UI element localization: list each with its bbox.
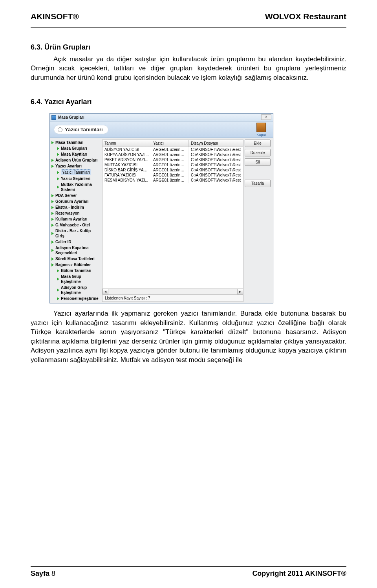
tree-node[interactable]: G.Muhasebe - Otel [51,222,99,228]
add-button[interactable]: Ekle [245,140,271,147]
tree-node[interactable]: Yazıcı Ayarları [51,163,99,169]
close-button[interactable]: Kapat [253,123,269,137]
tree-arrow-icon [51,241,54,244]
data-grid[interactable]: Tanımı Yazıcı Dizayn Dosyası ADİSYON YAZ… [102,140,243,302]
page-number: Sayfa 8 [31,570,55,578]
tree-node-label: PDA Server [55,193,77,198]
tree-node-label: Kullanım Ayarları [55,217,88,222]
footer-rule [31,566,346,567]
tree-node[interactable]: Disko - Bar - Kulüp Giriş [51,228,99,239]
tree-arrow-icon [51,218,54,221]
tree-arrow-icon [57,288,59,292]
tree-arrow-icon [57,171,59,174]
tree-node[interactable]: Masa Kayıtları [51,151,99,157]
table-cell: MUTFAK YAZICISI [102,162,151,167]
tree-node[interactable]: Bağımsız Bölümler [51,262,99,268]
column-header-name[interactable]: Tanımı [102,140,151,147]
tree-node[interactable]: Yazıcı Seçimleri [51,176,99,182]
tree-arrow-icon [51,165,54,168]
tree-node[interactable]: Rezervasyon [51,210,99,216]
table-cell: ADİSYON YAZICISI [102,147,151,152]
tree-node[interactable]: Masa Grupları [51,145,99,151]
close-button-label: Kapat [253,133,269,137]
tree-node[interactable]: Ekstra - İndirim [51,204,99,210]
tree-node[interactable]: Adisyon Grup Eşleştirme [51,285,99,296]
table-cell: C:\AKINSOFT\Wolvox7\Rest [189,162,243,167]
tree-node[interactable]: Caller ID [51,239,99,245]
design-button[interactable]: Tasarla [245,180,271,187]
tree-arrow-icon [51,206,54,209]
tree-arrow-icon [51,263,54,266]
tree-node-label: Görünüm Ayarları [55,199,88,204]
tree-node-label: Ekstra - İndirim [55,205,84,210]
tree-arrow-icon [57,186,59,189]
table-row[interactable]: MUTFAK YAZICISIARGE01 üzerinde ...C:\AKI… [102,162,243,167]
close-icon[interactable]: × [261,114,271,120]
table-cell: C:\AKINSOFT\Wolvox7\Rest [189,167,243,173]
tree-node-label: Yazıcı Ayarları [55,164,82,169]
tree-node-label: Masa Kayıtları [61,152,87,157]
tree-node[interactable]: Görünüm Ayarları [51,198,99,204]
tree-arrow-icon [51,224,54,227]
column-header-design-file[interactable]: Dizayn Dosyası [189,140,243,147]
table-cell: ARGE01 üzerinde ... [151,167,189,173]
tree-arrow-icon [51,200,54,203]
table-cell: FATURA YAZICISI [102,173,151,178]
tree-node-label: Süreli Masa Tarifeleri [55,256,95,261]
tree-node[interactable]: Bölüm Tanımları [51,268,99,274]
table-cell: ARGE01 üzerinde ... [151,152,189,157]
section-6-4-title: 6.4. Yazıcı Ayarları [31,98,346,106]
horizontal-scrollbar[interactable]: ◄ ► [102,288,243,294]
tree-node-label: Masa Tanımları [55,140,84,145]
brand-text: AKINSOFT® [31,12,79,21]
tree-node[interactable]: Adisyon Kapatma Seçenekleri [51,245,99,256]
table-cell: C:\AKINSOFT\Wolvox7\Rest [189,152,243,157]
scroll-left-icon[interactable]: ◄ [102,289,108,294]
table-cell: ARGE01 üzerinde ... [151,157,189,162]
tree-node[interactable]: Personel Eşleştirme [51,296,99,301]
delete-button[interactable]: Sil [245,158,271,166]
tree-node[interactable]: Süreli Masa Tarifeleri [51,256,99,262]
tree-arrow-icon [57,277,59,281]
table-row[interactable]: DİSKO BAR GİRİŞ YAZ...ARGE01 üzerinde ..… [102,167,243,173]
tree-node-label: Disko - Bar - Kulüp Giriş [55,228,99,239]
edit-button[interactable]: Düzenle [245,149,271,156]
table-cell: KOPYA ADİSYON YAZI... [102,152,151,157]
tree-arrow-icon [51,257,54,261]
tree-node[interactable]: Yazıcı Tanımları [51,169,99,176]
table-row[interactable]: FATURA YAZICISIARGE01 üzerinde ...C:\AKI… [102,173,243,178]
copyright: Copyright 2011 AKINSOFT® [252,570,346,578]
table-row[interactable]: ADİSYON YAZICISIARGE01 üzerinde ...C:\AK… [102,147,243,152]
tree-node-label: Rezervasyon [55,211,80,216]
tree-node-label: Caller ID [55,239,71,244]
tree-node[interactable]: Adisyon Ürün Grupları [51,157,99,163]
tree-node-label: Mutfak Yazdırma Sistemi [61,182,99,192]
tree-node-label: Yazıcı Tanımları [61,169,91,175]
tree-node-label: Adisyon Ürün Grupları [55,158,97,163]
column-header-printer[interactable]: Yazıcı [151,140,189,147]
tree-node-label: Adisyon Grup Eşleştirme [61,285,99,295]
tree-arrow-icon [57,269,59,272]
table-row[interactable]: KOPYA ADİSYON YAZI...ARGE01 üzerinde ...… [102,152,243,157]
tree-arrow-icon [51,141,54,144]
scroll-right-icon[interactable]: ► [237,289,243,294]
tree-node[interactable]: Mutfak Yazdırma Sistemi [51,182,99,193]
tree-node[interactable]: PDA Server [51,193,99,198]
tree-arrow-icon [51,159,54,162]
table-cell: C:\AKINSOFT\Wolvox7\Rest [189,178,243,183]
tree-node[interactable]: Masa Tanımları [51,140,99,145]
titlebar[interactable]: Masa Grupları × [50,114,273,121]
tree-arrow-icon [57,297,59,300]
table-row[interactable]: RESMİ ADİSYON YAZI...ARGE01 üzerinde ...… [102,178,243,183]
section-6-4-paragraph: Yazıcı ayarlarında ilk yapmanız gereken … [31,309,346,364]
table-cell: PAKET ADİSYON YAZI... [102,157,151,162]
tree-arrow-icon [51,194,54,197]
tree-node-label: Yazıcı Seçimleri [61,176,90,181]
section-pill: Yazıcı Tanımları [54,125,108,134]
nav-tree[interactable]: Masa TanımlarıMasa GruplarıMasa Kayıtlar… [50,138,100,303]
tree-node[interactable]: Kullanım Ayarları [51,216,99,222]
tree-node[interactable]: Masa Grup Eşleştirme [51,274,99,285]
table-cell: C:\AKINSOFT\Wolvox7\Rest [189,157,243,162]
table-row[interactable]: PAKET ADİSYON YAZI...ARGE01 üzerinde ...… [102,157,243,162]
section-6-3-title: 6.3. Ürün Grupları [31,43,346,51]
